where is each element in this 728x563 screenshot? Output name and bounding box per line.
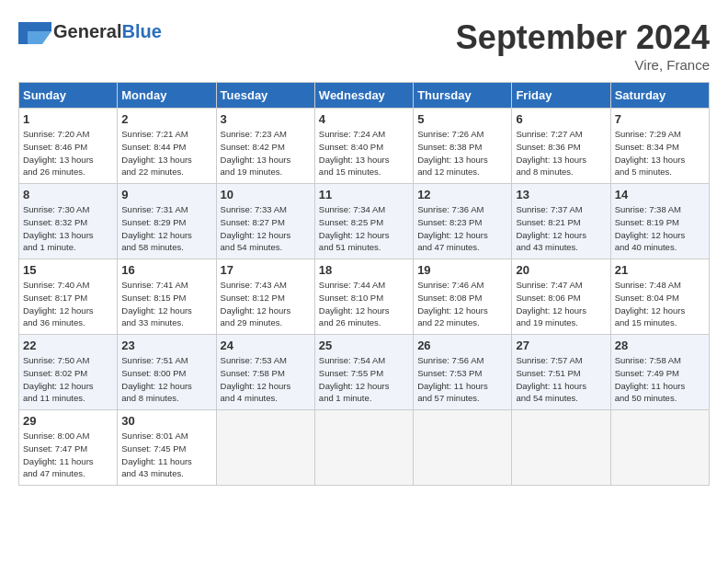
week-row-2: 8Sunrise: 7:30 AMSunset: 8:32 PMDaylight… xyxy=(19,184,710,259)
day-info-28: Sunrise: 7:58 AMSunset: 7:49 PMDaylight:… xyxy=(615,354,705,405)
logo: GeneralBlue xyxy=(18,18,162,44)
day-num-10: 10 xyxy=(221,188,311,201)
day-3: 3Sunrise: 7:23 AMSunset: 8:42 PMDaylight… xyxy=(216,109,314,184)
day-17: 17Sunrise: 7:43 AMSunset: 8:12 PMDayligh… xyxy=(216,259,314,335)
week-row-4: 22Sunrise: 7:50 AMSunset: 8:02 PMDayligh… xyxy=(19,335,710,410)
day-21: 21Sunrise: 7:48 AMSunset: 8:04 PMDayligh… xyxy=(610,259,709,335)
day-num-25: 25 xyxy=(319,339,409,352)
day-info-14: Sunrise: 7:38 AMSunset: 8:19 PMDaylight:… xyxy=(615,203,705,254)
day-info-26: Sunrise: 7:56 AMSunset: 7:53 PMDaylight:… xyxy=(417,354,507,405)
day-15: 15Sunrise: 7:40 AMSunset: 8:17 PMDayligh… xyxy=(19,259,118,335)
svg-marker-0 xyxy=(28,22,51,31)
day-28: 28Sunrise: 7:58 AMSunset: 7:49 PMDayligh… xyxy=(610,335,709,410)
header: GeneralBlue September 2024 Vire, France xyxy=(18,18,710,73)
col-sunday: Sunday xyxy=(19,83,118,109)
day-num-23: 23 xyxy=(121,339,211,352)
day-info-8: Sunrise: 7:30 AMSunset: 8:32 PMDaylight:… xyxy=(23,203,113,254)
day-6: 6Sunrise: 7:27 AMSunset: 8:36 PMDaylight… xyxy=(512,109,610,184)
day-num-16: 16 xyxy=(121,263,211,277)
day-num-8: 8 xyxy=(23,188,113,201)
day-info-16: Sunrise: 7:41 AMSunset: 8:15 PMDaylight:… xyxy=(121,279,211,329)
day-30: 30Sunrise: 8:01 AMSunset: 7:45 PMDayligh… xyxy=(118,410,216,486)
day-num-15: 15 xyxy=(23,263,113,277)
day-9: 9Sunrise: 7:31 AMSunset: 8:29 PMDaylight… xyxy=(118,184,216,259)
day-info-2: Sunrise: 7:21 AMSunset: 8:44 PMDaylight:… xyxy=(121,128,211,178)
day-26: 26Sunrise: 7:56 AMSunset: 7:53 PMDayligh… xyxy=(414,335,512,410)
day-info-15: Sunrise: 7:40 AMSunset: 8:17 PMDaylight:… xyxy=(23,279,113,329)
week-row-3: 15Sunrise: 7:40 AMSunset: 8:17 PMDayligh… xyxy=(19,259,710,335)
col-wednesday: Wednesday xyxy=(314,83,413,109)
empty-cell-1 xyxy=(216,410,314,486)
page: GeneralBlue September 2024 Vire, France … xyxy=(0,0,728,495)
day-8: 8Sunrise: 7:30 AMSunset: 8:32 PMDaylight… xyxy=(19,184,118,259)
day-27: 27Sunrise: 7:57 AMSunset: 7:51 PMDayligh… xyxy=(512,335,610,410)
day-22: 22Sunrise: 7:50 AMSunset: 8:02 PMDayligh… xyxy=(19,335,118,410)
day-info-25: Sunrise: 7:54 AMSunset: 7:55 PMDaylight:… xyxy=(319,354,409,405)
day-13: 13Sunrise: 7:37 AMSunset: 8:21 PMDayligh… xyxy=(512,184,610,259)
day-num-28: 28 xyxy=(615,339,705,352)
empty-cell-5 xyxy=(610,410,709,486)
day-num-4: 4 xyxy=(319,112,409,126)
day-2: 2Sunrise: 7:21 AMSunset: 8:44 PMDaylight… xyxy=(118,109,216,184)
day-num-22: 22 xyxy=(23,339,113,352)
day-info-24: Sunrise: 7:53 AMSunset: 7:58 PMDaylight:… xyxy=(221,354,311,405)
day-24: 24Sunrise: 7:53 AMSunset: 7:58 PMDayligh… xyxy=(216,335,314,410)
day-info-11: Sunrise: 7:34 AMSunset: 8:25 PMDaylight:… xyxy=(319,203,409,254)
calendar-table: Sunday Monday Tuesday Wednesday Thursday… xyxy=(18,82,710,486)
logo-blue: Blue xyxy=(121,21,161,41)
day-29: 29Sunrise: 8:00 AMSunset: 7:47 PMDayligh… xyxy=(19,410,118,486)
day-info-21: Sunrise: 7:48 AMSunset: 8:04 PMDaylight:… xyxy=(615,279,705,329)
day-num-17: 17 xyxy=(221,263,311,277)
day-num-18: 18 xyxy=(319,263,409,277)
day-num-14: 14 xyxy=(615,188,705,201)
day-1: 1Sunrise: 7:20 AMSunset: 8:46 PMDaylight… xyxy=(19,109,118,184)
day-25: 25Sunrise: 7:54 AMSunset: 7:55 PMDayligh… xyxy=(314,335,413,410)
day-20: 20Sunrise: 7:47 AMSunset: 8:06 PMDayligh… xyxy=(512,259,610,335)
day-num-5: 5 xyxy=(417,112,507,126)
day-info-13: Sunrise: 7:37 AMSunset: 8:21 PMDaylight:… xyxy=(516,203,606,254)
day-num-29: 29 xyxy=(23,414,113,428)
day-7: 7Sunrise: 7:29 AMSunset: 8:34 PMDaylight… xyxy=(610,109,709,184)
logo-general: General xyxy=(53,21,121,41)
col-tuesday: Tuesday xyxy=(216,83,314,109)
day-4: 4Sunrise: 7:24 AMSunset: 8:40 PMDaylight… xyxy=(314,109,413,184)
day-info-10: Sunrise: 7:33 AMSunset: 8:27 PMDaylight:… xyxy=(221,203,311,254)
day-info-20: Sunrise: 7:47 AMSunset: 8:06 PMDaylight:… xyxy=(516,279,606,329)
empty-cell-4 xyxy=(512,410,610,486)
header-row: Sunday Monday Tuesday Wednesday Thursday… xyxy=(19,83,710,109)
day-info-22: Sunrise: 7:50 AMSunset: 8:02 PMDaylight:… xyxy=(23,354,113,405)
day-info-7: Sunrise: 7:29 AMSunset: 8:34 PMDaylight:… xyxy=(615,128,705,178)
day-num-6: 6 xyxy=(516,112,606,126)
location: Vire, France xyxy=(456,57,710,73)
month-title: September 2024 xyxy=(456,18,710,57)
day-info-4: Sunrise: 7:24 AMSunset: 8:40 PMDaylight:… xyxy=(319,128,409,178)
day-info-29: Sunrise: 8:00 AMSunset: 7:47 PMDaylight:… xyxy=(23,430,113,480)
day-num-27: 27 xyxy=(516,339,606,352)
day-info-9: Sunrise: 7:31 AMSunset: 8:29 PMDaylight:… xyxy=(121,203,211,254)
col-monday: Monday xyxy=(118,83,216,109)
empty-cell-2 xyxy=(314,410,413,486)
day-info-6: Sunrise: 7:27 AMSunset: 8:36 PMDaylight:… xyxy=(516,128,606,178)
empty-cell-3 xyxy=(414,410,512,486)
day-num-20: 20 xyxy=(516,263,606,277)
day-10: 10Sunrise: 7:33 AMSunset: 8:27 PMDayligh… xyxy=(216,184,314,259)
day-info-17: Sunrise: 7:43 AMSunset: 8:12 PMDaylight:… xyxy=(221,279,311,329)
day-info-27: Sunrise: 7:57 AMSunset: 7:51 PMDaylight:… xyxy=(516,354,606,405)
svg-marker-2 xyxy=(18,22,28,44)
day-19: 19Sunrise: 7:46 AMSunset: 8:08 PMDayligh… xyxy=(414,259,512,335)
day-num-2: 2 xyxy=(121,112,211,126)
day-info-30: Sunrise: 8:01 AMSunset: 7:45 PMDaylight:… xyxy=(121,430,211,480)
day-info-18: Sunrise: 7:44 AMSunset: 8:10 PMDaylight:… xyxy=(319,279,409,329)
day-info-3: Sunrise: 7:23 AMSunset: 8:42 PMDaylight:… xyxy=(221,128,311,178)
day-num-7: 7 xyxy=(615,112,705,126)
day-num-24: 24 xyxy=(221,339,311,352)
day-num-3: 3 xyxy=(221,112,311,126)
day-info-1: Sunrise: 7:20 AMSunset: 8:46 PMDaylight:… xyxy=(23,128,113,178)
day-num-30: 30 xyxy=(121,414,211,428)
day-23: 23Sunrise: 7:51 AMSunset: 8:00 PMDayligh… xyxy=(118,335,216,410)
day-num-26: 26 xyxy=(417,339,507,352)
day-info-5: Sunrise: 7:26 AMSunset: 8:38 PMDaylight:… xyxy=(417,128,507,178)
day-num-21: 21 xyxy=(615,263,705,277)
col-thursday: Thursday xyxy=(414,83,512,109)
day-info-12: Sunrise: 7:36 AMSunset: 8:23 PMDaylight:… xyxy=(417,203,507,254)
